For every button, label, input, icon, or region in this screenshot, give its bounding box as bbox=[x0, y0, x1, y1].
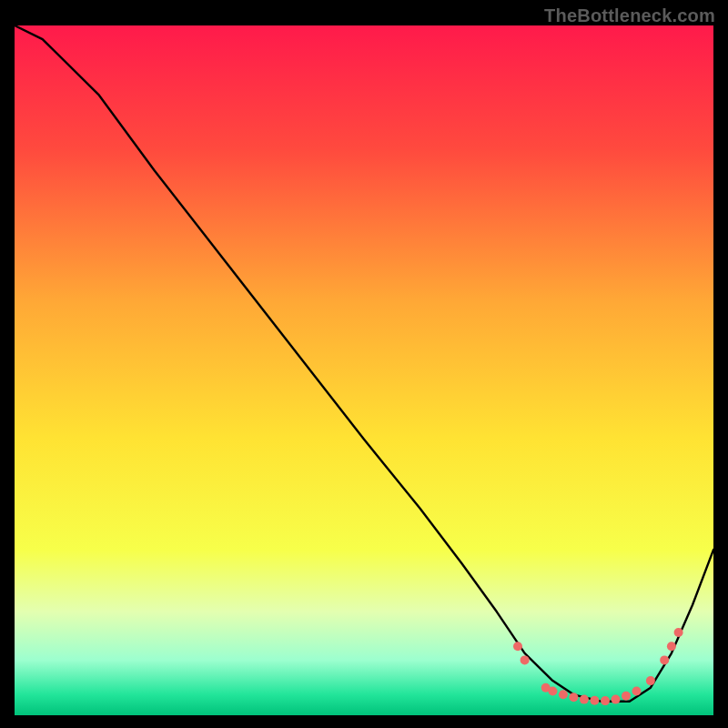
marker-dot bbox=[559, 690, 568, 699]
marker-dot bbox=[548, 687, 557, 696]
marker-dot bbox=[632, 687, 642, 696]
chart-svg bbox=[15, 25, 713, 715]
watermark-text: TheBottleneck.com bbox=[544, 5, 715, 26]
marker-dot bbox=[590, 696, 599, 705]
marker-dot bbox=[646, 676, 655, 685]
marker-dot bbox=[667, 642, 676, 651]
plot-area bbox=[15, 25, 713, 715]
marker-dot bbox=[612, 695, 621, 704]
marker-dot bbox=[601, 696, 610, 705]
marker-dot bbox=[660, 655, 669, 664]
marker-dot bbox=[674, 628, 683, 637]
marker-dot bbox=[513, 642, 522, 651]
marker-dot bbox=[580, 695, 589, 704]
chart-frame bbox=[15, 25, 713, 715]
marker-dot bbox=[569, 693, 578, 702]
marker-dot bbox=[521, 655, 530, 664]
gradient-background bbox=[15, 25, 713, 715]
marker-dot bbox=[622, 692, 631, 701]
